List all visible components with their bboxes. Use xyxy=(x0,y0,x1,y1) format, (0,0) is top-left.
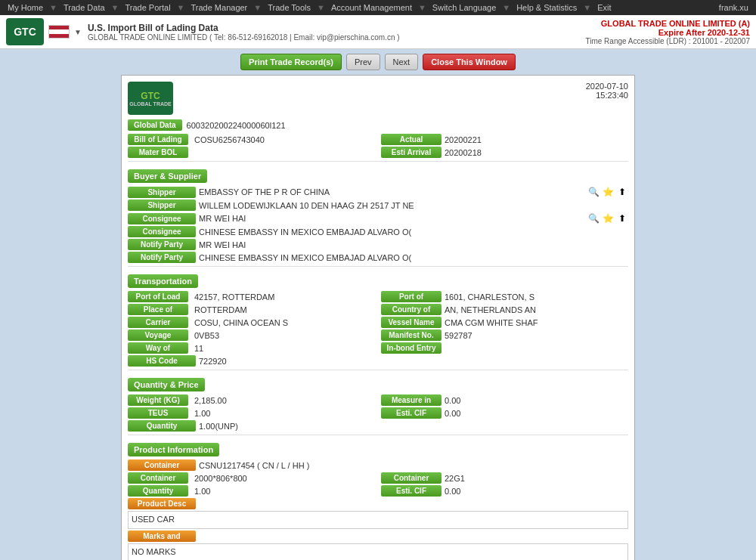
place-of-value: ROTTERDAM xyxy=(194,305,378,314)
shipper-label-1: Shipper xyxy=(128,187,196,198)
carrier-label: Carrier xyxy=(128,317,188,328)
record-logo: GTC GLOBAL TRADE xyxy=(128,82,173,115)
star-icon-2[interactable]: ⭐ xyxy=(602,212,614,224)
product-desc-label: Product Desc xyxy=(128,498,196,509)
buyer-supplier-header: Buyer & Supplier xyxy=(128,169,207,183)
container-orange-row: Container CSNU1217454 ( CN / L / HH ) xyxy=(128,459,628,471)
nav-item-account[interactable]: Account Management xyxy=(328,2,415,14)
product-quantity-row: Quantity 1.00 Esti. CIF 0.00 xyxy=(128,485,628,497)
export-icon-2[interactable]: ⬆ xyxy=(616,212,628,224)
export-icon[interactable]: ⬆ xyxy=(616,186,628,198)
nav-item-language[interactable]: Switch Language xyxy=(429,2,499,14)
shipper-value-2: WILLEM LODEWIJKLAAN 10 DEN HAAG ZH 2517 … xyxy=(199,201,628,210)
bol-value: COSU6256743040 xyxy=(194,135,378,144)
nav-item-tradedata[interactable]: Trade Data xyxy=(60,2,108,14)
esti-arrival-value: 20200218 xyxy=(445,148,628,157)
product-desc-value: USED CAR xyxy=(128,511,628,529)
star-icon[interactable]: ⭐ xyxy=(602,186,614,198)
teus-value: 1.00 xyxy=(194,409,378,418)
container-size-label: Container xyxy=(128,472,188,484)
container-orange-label: Container xyxy=(128,459,196,471)
actual-value: 20200221 xyxy=(445,135,628,144)
container-size-row: Container 2000*806*800 Container 22G1 xyxy=(128,472,628,484)
teus-row: TEUS 1.00 Esti. CIF 0.00 xyxy=(128,407,628,419)
quantity-price-header: Quantity & Price xyxy=(128,378,205,391)
nav-item-myhome[interactable]: My Home xyxy=(5,2,46,14)
product-esti-cif-label: Esti. CIF xyxy=(381,485,442,497)
close-button[interactable]: Close This Window xyxy=(423,54,516,70)
nav-item-tradetools[interactable]: Trade Tools xyxy=(265,2,314,14)
bol-label: Bill of Lading xyxy=(128,134,188,145)
nav-item-exit[interactable]: Exit xyxy=(594,2,614,14)
notify-row-2: Notify Party CHINESE EMBASSY IN MEXICO E… xyxy=(128,252,628,263)
vessel-name-label: Vessel Name xyxy=(381,317,442,328)
place-of-label: Place of xyxy=(128,304,188,315)
way-of-row: Way of 11 In-bond Entry xyxy=(128,342,628,354)
search-icon[interactable]: 🔍 xyxy=(587,186,600,198)
consignee-row-1: Consignee MR WEI HAI 🔍 ⭐ ⬆ xyxy=(128,212,628,224)
top-navigation: My Home ▼ Trade Data ▼ Trade Portal ▼ Tr… xyxy=(0,0,756,15)
prev-button[interactable]: Prev xyxy=(346,54,380,70)
vessel-name-value: CMA CGM WHITE SHAF xyxy=(445,318,628,327)
logo-area: GTC ▼ xyxy=(6,18,82,45)
record-date-value: 2020-07-10 xyxy=(586,82,628,91)
consignee-row-2: Consignee CHINESE EMBASSY IN MEXICO EMBA… xyxy=(128,226,628,237)
container-type-value: 22G1 xyxy=(445,474,628,483)
carrier-value: COSU, CHINA OCEAN S xyxy=(194,318,378,327)
product-esti-cif-value: 0.00 xyxy=(445,487,628,496)
manifest-no-value: 592787 xyxy=(445,331,628,340)
consignee-value-2: CHINESE EMBASSY IN MEXICO EMBAJAD ALVARO… xyxy=(199,227,628,237)
print-button[interactable]: Print Trade Record(s) xyxy=(240,54,342,70)
marks-label: Marks and xyxy=(128,531,196,542)
shipper-label-2: Shipper xyxy=(128,200,196,211)
header-bar: GTC ▼ U.S. Import Bill of Lading Data GL… xyxy=(0,15,756,49)
nav-item-trademanager[interactable]: Trade Manager xyxy=(187,2,250,14)
record-header: GTC GLOBAL TRADE 2020-07-10 15:23:40 xyxy=(128,82,628,115)
company-name: GLOBAL TRADE ONLINE LIMITED (A) xyxy=(585,19,750,28)
buyer-supplier-section: Buyer & Supplier Shipper EMBASSY OF THE … xyxy=(128,165,628,263)
shipper-value-1: EMBASSY OF THE P R OF CHINA xyxy=(199,187,585,196)
record-card: GTC GLOBAL TRADE 2020-07-10 15:23:40 Glo… xyxy=(121,75,635,560)
voyage-row: Voyage 0VB53 Manifest No. 592787 xyxy=(128,330,628,341)
weight-label: Weight (KG) xyxy=(128,394,188,406)
quantity-row: Quantity 1.00(UNP) xyxy=(128,420,628,432)
container-size-value: 2000*806*800 xyxy=(194,474,378,483)
search-icon-2[interactable]: 🔍 xyxy=(587,212,600,224)
hs-code-value: 722920 xyxy=(199,357,628,366)
nav-item-help[interactable]: Help & Statistics xyxy=(513,2,580,14)
product-quantity-value: 1.00 xyxy=(194,487,378,496)
product-quantity-label: Quantity xyxy=(128,485,188,497)
global-data-label: Global Data xyxy=(128,119,182,131)
time-range: Time Range Accessible (LDR) : 201001 - 2… xyxy=(585,37,750,45)
top-toolbar: Print Trade Record(s) Prev Next Close Th… xyxy=(5,54,751,70)
country-of-label: Country of xyxy=(381,304,442,315)
page-subtitle: GLOBAL TRADE ONLINE LIMITED ( Tel: 86-51… xyxy=(88,33,400,42)
country-of-value: AN, NETHERLANDS AN xyxy=(445,305,628,314)
way-of-label: Way of xyxy=(128,342,188,354)
quantity-price-section: Quantity & Price Weight (KG) 2,185.00 Me… xyxy=(128,373,628,432)
expire-date: Expire After 2020-12-31 xyxy=(585,28,750,37)
hs-code-label: HS Code xyxy=(128,355,196,367)
port-of-label: Port of xyxy=(381,291,442,302)
next-button[interactable]: Next xyxy=(385,54,419,70)
nav-item-tradeportal[interactable]: Trade Portal xyxy=(122,2,173,14)
measure-in-label: Measure in xyxy=(381,394,442,406)
global-data-value: 600320200224000060l121 xyxy=(187,121,286,130)
consignee-value-1: MR WEI HAI xyxy=(199,214,585,223)
record-date: 2020-07-10 15:23:40 xyxy=(586,82,628,115)
product-info-header: Product Information xyxy=(128,443,219,456)
logo: GTC xyxy=(6,18,44,45)
consignee-label-1: Consignee xyxy=(128,213,196,224)
product-info-section: Product Information Container CSNU121745… xyxy=(128,438,628,560)
voyage-value: 0VB53 xyxy=(194,331,378,340)
marks-row: Marks and xyxy=(128,531,628,542)
notify-value-1: MR WEI HAI xyxy=(199,240,628,249)
mater-bol-label: Mater BOL xyxy=(128,147,188,158)
marks-value: NO MARKS xyxy=(128,543,628,560)
page-title: U.S. Import Bill of Lading Data xyxy=(88,23,400,33)
weight-row: Weight (KG) 2,185.00 Measure in 0.00 xyxy=(128,394,628,406)
esti-arrival-label: Esti Arrival xyxy=(381,147,442,158)
quantity-label: Quantity xyxy=(128,420,196,432)
actual-label: Actual xyxy=(381,134,442,145)
teus-label: TEUS xyxy=(128,407,188,419)
